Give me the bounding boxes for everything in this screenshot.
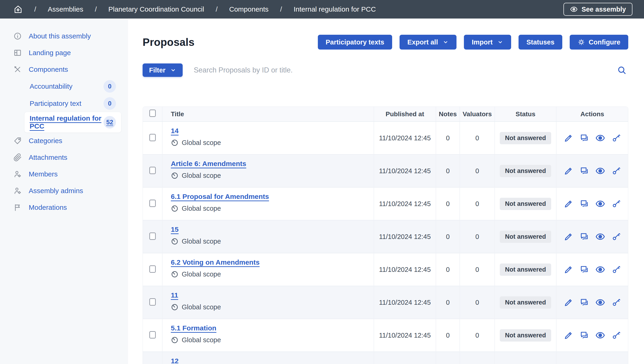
proposal-title-link[interactable]: 12 [171,357,178,364]
preview-eye-icon[interactable] [595,330,605,340]
filter-search-row: Filter [142,64,628,77]
permissions-key-icon[interactable] [611,133,621,143]
preview-eye-icon[interactable] [595,133,605,143]
permissions-key-icon[interactable] [611,298,621,307]
answer-proposal-icon[interactable] [580,330,589,340]
global-scope-icon [171,270,178,278]
row-checkbox[interactable] [149,134,156,141]
configure-button[interactable]: Configure [570,35,628,50]
proposal-title-link[interactable]: 15 [171,226,178,233]
column-header-notes: Notes [436,107,460,122]
participatory-texts-button[interactable]: Participatory texts [318,35,392,50]
permissions-key-icon[interactable] [611,166,621,176]
permissions-key-icon[interactable] [611,265,621,274]
row-checkbox[interactable] [149,232,156,240]
status-cell: Not answered [495,319,556,352]
table-row: Article 6: Amendments Global scope 11/10… [143,154,628,187]
proposal-title-link[interactable]: 11 [171,291,178,299]
see-assembly-label: See assembly [582,6,626,13]
sidebar-subitem-participatory-text[interactable]: Participatory text 0 [24,95,121,112]
select-all-checkbox[interactable] [149,110,156,117]
row-checkbox[interactable] [149,331,156,338]
home-icon[interactable] [14,5,23,14]
sidebar-subitem-label: Participatory text [30,100,81,108]
breadcrumb-assemblies[interactable]: Assemblies [48,5,83,13]
breadcrumb-assembly-name[interactable]: Planetary Coordination Council [108,5,204,13]
answer-proposal-icon[interactable] [580,298,589,307]
row-checkbox[interactable] [149,298,156,306]
preview-eye-icon[interactable] [595,363,605,364]
import-button[interactable]: Import [464,35,511,50]
scope-label: Global scope [182,172,221,180]
actions-cell [556,187,628,220]
edit-icon[interactable] [564,199,574,209]
answer-proposal-icon[interactable] [580,133,589,143]
edit-icon[interactable] [564,166,574,176]
column-header-valuators: Valuators [460,107,495,122]
answer-proposal-icon[interactable] [580,166,589,176]
table-header: Title Published at Notes Valuators Statu… [143,107,628,122]
eye-icon [570,5,578,13]
sidebar-item-components[interactable]: Components [0,61,128,78]
scope-label: Global scope [182,270,221,278]
table-row: 11 Global scope 11/10/2024 12:45 0 0 Not… [143,286,628,319]
search-input[interactable] [194,66,615,74]
sidebar-item-attachments[interactable]: Attachments [0,149,128,166]
scope-label: Global scope [182,238,221,245]
sidebar-item-landing-page[interactable]: Landing page [0,44,128,61]
proposal-title-link[interactable]: 6.2 Voting on Amendments [171,258,260,266]
preview-eye-icon[interactable] [595,232,605,242]
proposal-title-link[interactable]: 6.1 Proposal for Amendments [171,193,269,200]
see-assembly-button[interactable]: See assembly [564,3,632,16]
count-badge: 0 [104,97,116,110]
edit-icon[interactable] [564,232,574,242]
permissions-key-icon[interactable] [611,199,621,209]
sidebar-item-moderations[interactable]: Moderations [0,199,128,216]
search-icon[interactable] [615,64,628,77]
status-badge: Not answered [500,132,551,144]
edit-icon[interactable] [564,298,574,307]
export-all-button[interactable]: Export all [400,35,456,50]
sidebar-item-label: About this assembly [29,32,91,40]
page-title: Proposals [142,36,194,48]
breadcrumb-current-page: Internal regulation for PCC [294,5,376,13]
proposal-title-link[interactable]: 14 [171,127,178,134]
answer-proposal-icon[interactable] [580,232,589,242]
sidebar-subitem-label: Internal regulation for PCC [30,114,104,130]
sidebar-item-about[interactable]: About this assembly [0,28,128,44]
gear-icon [578,38,585,46]
top-bar: / Assemblies / Planetary Coordination Co… [0,0,644,18]
permissions-key-icon[interactable] [611,330,621,340]
row-checkbox[interactable] [149,200,156,207]
edit-icon[interactable] [564,330,574,340]
proposal-title-link[interactable]: 5.1 Formation [171,324,216,332]
user-gear-icon [14,170,22,178]
row-checkbox[interactable] [149,167,156,174]
answer-proposal-icon[interactable] [580,265,589,274]
actions-cell [556,154,628,187]
actions-cell [556,122,628,154]
sidebar-subitem-internal-regulation[interactable]: Internal regulation for PCC 52 [24,112,121,132]
sidebar-subitem-accountability[interactable]: Accountability 0 [24,78,121,95]
filter-button[interactable]: Filter [142,64,183,77]
edit-icon[interactable] [564,133,574,143]
row-checkbox[interactable] [149,265,156,273]
count-badge: 0 [104,80,116,92]
preview-eye-icon[interactable] [595,264,605,274]
sidebar-item-categories[interactable]: Categories [0,132,128,149]
permissions-key-icon[interactable] [611,232,621,242]
chevron-down-icon [442,39,448,45]
answer-proposal-icon[interactable] [580,199,589,209]
breadcrumb: / Assemblies / Planetary Coordination Co… [14,5,376,14]
status-badge: Not answered [500,165,551,177]
statuses-button[interactable]: Statuses [518,35,562,50]
breadcrumb-components[interactable]: Components [229,5,268,13]
sidebar-item-assembly-admins[interactable]: Assembly admins [0,182,128,199]
title-cell: 12 [162,352,374,364]
proposal-title-link[interactable]: Article 6: Amendments [171,160,246,168]
preview-eye-icon[interactable] [595,166,605,176]
preview-eye-icon[interactable] [595,297,605,308]
edit-icon[interactable] [564,265,574,274]
preview-eye-icon[interactable] [595,199,605,209]
sidebar-item-members[interactable]: Members [0,166,128,182]
